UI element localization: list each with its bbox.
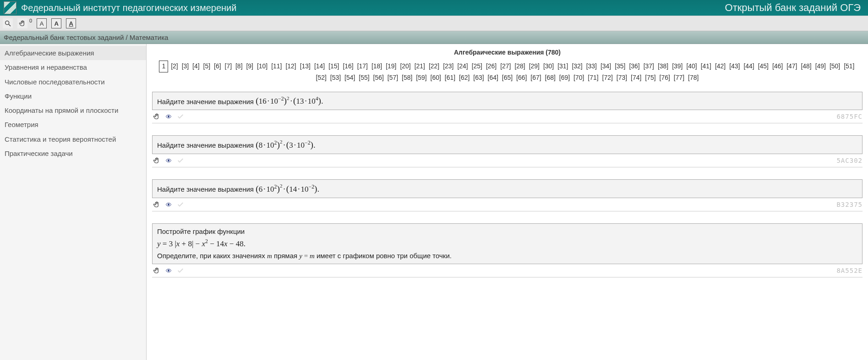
page-link-76[interactable]: [76] bbox=[659, 72, 671, 83]
selection-button[interactable] bbox=[17, 18, 27, 28]
page-link-74[interactable]: [74] bbox=[630, 72, 642, 83]
page-link-24[interactable]: [24] bbox=[456, 61, 469, 72]
page-link-50[interactable]: [50] bbox=[829, 61, 841, 72]
page-link-37[interactable]: [37] bbox=[643, 61, 655, 72]
sidebar-item-3[interactable]: Функции bbox=[0, 89, 146, 103]
sidebar-item-4[interactable]: Координаты на прямой и плоскости bbox=[0, 103, 146, 117]
page-link-47[interactable]: [47] bbox=[786, 61, 798, 72]
page-link-4[interactable]: [4] bbox=[191, 61, 201, 72]
page-link-70[interactable]: [70] bbox=[573, 72, 585, 83]
page-link-35[interactable]: [35] bbox=[614, 61, 626, 72]
page-link-41[interactable]: [41] bbox=[700, 61, 712, 72]
page-link-39[interactable]: [39] bbox=[671, 61, 683, 72]
page-link-69[interactable]: [69] bbox=[558, 72, 571, 83]
page-link-67[interactable]: [67] bbox=[530, 72, 542, 83]
page-link-27[interactable]: [27] bbox=[499, 61, 512, 72]
page-link-71[interactable]: [71] bbox=[587, 72, 599, 83]
page-link-40[interactable]: [40] bbox=[685, 61, 698, 72]
page-link-61[interactable]: [61] bbox=[444, 72, 456, 83]
page-link-34[interactable]: [34] bbox=[600, 61, 612, 72]
page-link-64[interactable]: [64] bbox=[487, 72, 499, 83]
page-link-3[interactable]: [3] bbox=[181, 61, 190, 72]
page-link-2[interactable]: [2] bbox=[170, 61, 179, 72]
page-link-72[interactable]: [72] bbox=[601, 72, 614, 83]
page-link-55[interactable]: [55] bbox=[358, 72, 370, 83]
page-link-22[interactable]: [22] bbox=[428, 61, 440, 72]
page-link-66[interactable]: [66] bbox=[515, 72, 528, 83]
check-icon[interactable] bbox=[177, 201, 184, 208]
page-link-30[interactable]: [30] bbox=[542, 61, 555, 72]
sidebar-item-7[interactable]: Практические задачи bbox=[0, 146, 146, 161]
hand-icon[interactable] bbox=[153, 113, 160, 120]
page-link-45[interactable]: [45] bbox=[757, 61, 770, 72]
search-button[interactable] bbox=[3, 18, 13, 28]
eye-icon[interactable] bbox=[165, 201, 172, 208]
sidebar-item-6[interactable]: Статистика и теория вероятностей bbox=[0, 132, 146, 146]
page-link-31[interactable]: [31] bbox=[557, 61, 569, 72]
page-link-43[interactable]: [43] bbox=[728, 61, 741, 72]
page-link-15[interactable]: [15] bbox=[328, 61, 340, 72]
page-link-75[interactable]: [75] bbox=[644, 72, 656, 83]
page-link-33[interactable]: [33] bbox=[585, 61, 598, 72]
hand-icon[interactable] bbox=[153, 201, 160, 208]
page-link-56[interactable]: [56] bbox=[372, 72, 385, 83]
page-link-57[interactable]: [57] bbox=[387, 72, 399, 83]
page-link-42[interactable]: [42] bbox=[714, 61, 726, 72]
page-link-23[interactable]: [23] bbox=[442, 61, 454, 72]
page-link-5[interactable]: [5] bbox=[202, 61, 212, 72]
page-link-28[interactable]: [28] bbox=[513, 61, 526, 72]
page-link-17[interactable]: [17] bbox=[356, 61, 369, 72]
page-link-7[interactable]: [7] bbox=[224, 61, 233, 72]
page-link-49[interactable]: [49] bbox=[814, 61, 827, 72]
check-icon[interactable] bbox=[177, 267, 184, 274]
sidebar-item-0[interactable]: Алгебраические выражения bbox=[0, 46, 146, 60]
page-link-54[interactable]: [54] bbox=[344, 72, 356, 83]
font-size-large-button[interactable]: А bbox=[66, 18, 76, 28]
sidebar-item-1[interactable]: Уравнения и неравенства bbox=[0, 60, 146, 74]
page-link-65[interactable]: [65] bbox=[501, 72, 513, 83]
page-link-48[interactable]: [48] bbox=[800, 61, 812, 72]
page-link-36[interactable]: [36] bbox=[628, 61, 640, 72]
page-link-51[interactable]: [51] bbox=[843, 61, 855, 72]
check-icon[interactable] bbox=[177, 113, 184, 120]
page-link-11[interactable]: [11] bbox=[270, 61, 283, 72]
page-link-52[interactable]: [52] bbox=[315, 72, 328, 83]
eye-icon[interactable] bbox=[165, 267, 172, 274]
page-link-44[interactable]: [44] bbox=[742, 61, 755, 72]
page-link-58[interactable]: [58] bbox=[401, 72, 413, 83]
page-link-73[interactable]: [73] bbox=[616, 72, 628, 83]
page-link-1[interactable]: 1 bbox=[159, 61, 168, 72]
eye-icon[interactable] bbox=[165, 113, 172, 120]
page-link-16[interactable]: [16] bbox=[342, 61, 354, 72]
check-icon[interactable] bbox=[177, 157, 184, 164]
font-size-medium-button[interactable]: А bbox=[51, 18, 61, 28]
page-link-59[interactable]: [59] bbox=[415, 72, 427, 83]
page-link-62[interactable]: [62] bbox=[458, 72, 470, 83]
hand-icon[interactable] bbox=[153, 157, 160, 164]
page-link-26[interactable]: [26] bbox=[485, 61, 497, 72]
page-link-60[interactable]: [60] bbox=[430, 72, 442, 83]
page-link-18[interactable]: [18] bbox=[371, 61, 383, 72]
page-link-13[interactable]: [13] bbox=[299, 61, 311, 72]
page-link-53[interactable]: [53] bbox=[329, 72, 342, 83]
page-link-20[interactable]: [20] bbox=[399, 61, 411, 72]
page-link-6[interactable]: [6] bbox=[213, 61, 222, 72]
page-link-77[interactable]: [77] bbox=[673, 72, 685, 83]
page-link-10[interactable]: [10] bbox=[256, 61, 268, 72]
page-link-32[interactable]: [32] bbox=[571, 61, 583, 72]
page-link-46[interactable]: [46] bbox=[771, 61, 784, 72]
hand-icon[interactable] bbox=[153, 267, 160, 274]
eye-icon[interactable] bbox=[165, 157, 172, 164]
page-link-9[interactable]: [9] bbox=[245, 61, 254, 72]
font-size-small-button[interactable]: A bbox=[37, 18, 47, 28]
page-link-14[interactable]: [14] bbox=[313, 61, 326, 72]
page-link-38[interactable]: [38] bbox=[657, 61, 669, 72]
sidebar-item-5[interactable]: Геометрия bbox=[0, 117, 146, 132]
page-link-25[interactable]: [25] bbox=[471, 61, 483, 72]
page-link-8[interactable]: [8] bbox=[235, 61, 244, 72]
page-link-29[interactable]: [29] bbox=[528, 61, 540, 72]
page-link-12[interactable]: [12] bbox=[284, 61, 297, 72]
page-link-63[interactable]: [63] bbox=[472, 72, 485, 83]
page-link-78[interactable]: [78] bbox=[687, 72, 699, 83]
page-link-21[interactable]: [21] bbox=[414, 61, 426, 72]
